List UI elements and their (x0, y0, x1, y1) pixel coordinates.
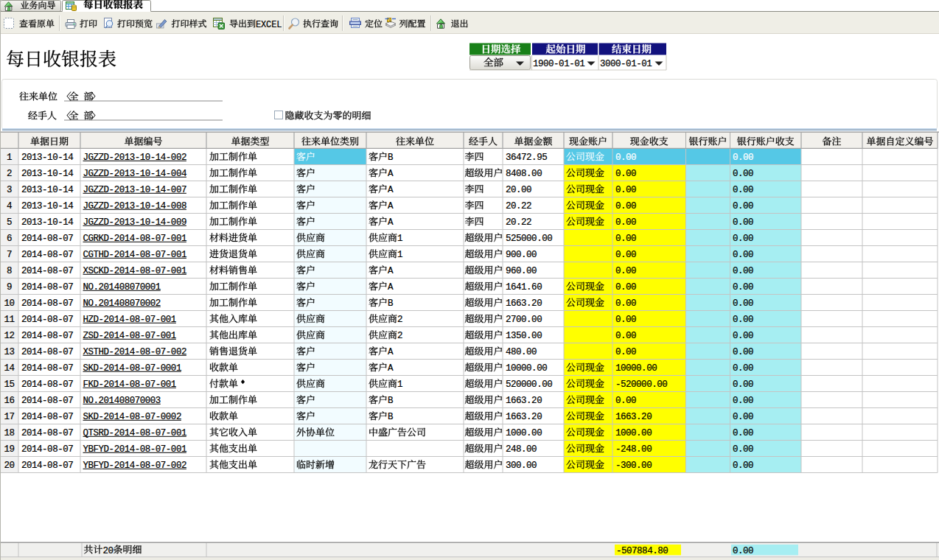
svg-text:HZD-2014-08-07-001: HZD-2014-08-07-001 (83, 315, 176, 325)
svg-text:A: A (388, 363, 394, 374)
svg-text:1663.20: 1663.20 (506, 412, 542, 422)
svg-text:1663.20: 1663.20 (506, 298, 542, 309)
svg-text:EXCEL: EXCEL (256, 20, 282, 30)
svg-text:8408.00: 8408.00 (506, 169, 542, 179)
svg-text:960.00: 960.00 (506, 266, 537, 276)
svg-text:ZSD-2014-08-07-001: ZSD-2014-08-07-001 (83, 331, 176, 341)
svg-text:1: 1 (397, 379, 402, 390)
svg-text:A: A (388, 169, 394, 179)
svg-text:1663.20: 1663.20 (615, 412, 652, 422)
svg-text:5: 5 (7, 217, 12, 228)
svg-text:2014-08-07: 2014-08-07 (21, 250, 73, 260)
svg-text:0.00: 0.00 (615, 266, 636, 276)
svg-text:19: 19 (4, 444, 15, 455)
svg-text:0.00: 0.00 (733, 266, 753, 276)
svg-text:JGZZD-2013-10-14-007: JGZZD-2013-10-14-007 (83, 185, 186, 195)
svg-text:3000-01-01: 3000-01-01 (600, 59, 652, 69)
svg-text:0.00: 0.00 (733, 331, 753, 341)
svg-text:0.00: 0.00 (615, 298, 636, 309)
svg-text:0.00: 0.00 (615, 282, 636, 293)
svg-text:2013-10-14: 2013-10-14 (21, 217, 73, 228)
svg-text:2: 2 (7, 169, 12, 179)
svg-text:2014-08-07: 2014-08-07 (21, 282, 73, 293)
svg-text:A: A (388, 266, 394, 276)
svg-text:0.00: 0.00 (615, 217, 636, 228)
svg-text:0.00: 0.00 (615, 185, 636, 195)
svg-text:1000.00: 1000.00 (615, 428, 652, 438)
svg-text:A: A (388, 217, 394, 228)
svg-text:14: 14 (4, 363, 15, 374)
svg-text:20.22: 20.22 (506, 217, 531, 228)
svg-text:9: 9 (7, 282, 12, 293)
svg-text:1: 1 (397, 250, 402, 260)
svg-text:300.00: 300.00 (506, 461, 537, 471)
svg-text:0.00: 0.00 (733, 298, 753, 309)
svg-text:A: A (388, 347, 394, 357)
svg-text:2014-08-07: 2014-08-07 (21, 444, 73, 455)
svg-text:0.00: 0.00 (733, 282, 753, 293)
svg-text:0.00: 0.00 (733, 234, 753, 244)
svg-text:JGZZD-2013-10-14-004: JGZZD-2013-10-14-004 (83, 169, 186, 179)
svg-text:0.00: 0.00 (733, 461, 753, 471)
svg-text:A: A (388, 185, 394, 195)
svg-text:2: 2 (397, 315, 402, 325)
svg-text:13: 13 (4, 347, 15, 357)
svg-text:JGZZD-2013-10-14-008: JGZZD-2013-10-14-008 (83, 201, 186, 211)
svg-text:2014-08-07: 2014-08-07 (21, 363, 73, 374)
svg-text:0.00: 0.00 (733, 363, 753, 374)
svg-text:0.00: 0.00 (615, 153, 636, 163)
svg-text:NO.201408070002: NO.201408070002 (83, 298, 161, 309)
svg-text:0.00: 0.00 (733, 444, 753, 455)
svg-text:B: B (388, 153, 394, 163)
svg-text:1350.00: 1350.00 (506, 331, 542, 341)
svg-text:18: 18 (4, 428, 15, 438)
svg-text:SKD-2014-08-07-0002: SKD-2014-08-07-0002 (83, 412, 181, 422)
svg-text:0.00: 0.00 (733, 379, 753, 390)
svg-text:0.00: 0.00 (615, 234, 636, 244)
svg-text:2014-08-07: 2014-08-07 (21, 347, 73, 357)
svg-text:15: 15 (4, 379, 15, 390)
svg-text:NO.201408070003: NO.201408070003 (83, 396, 161, 406)
svg-text:0.00: 0.00 (733, 315, 753, 325)
svg-text:B: B (388, 396, 394, 406)
svg-text:20: 20 (4, 461, 15, 471)
svg-text:1900-01-01: 1900-01-01 (533, 59, 584, 69)
svg-text:-507884.80: -507884.80 (616, 546, 668, 556)
svg-text:1000.00: 1000.00 (506, 428, 542, 438)
svg-text:4: 4 (7, 201, 12, 211)
svg-text:NO.201408070001: NO.201408070001 (83, 282, 161, 293)
svg-text:-248.00: -248.00 (615, 444, 652, 455)
svg-text:0.00: 0.00 (733, 347, 753, 357)
svg-text:2014-08-07: 2014-08-07 (21, 331, 73, 341)
svg-text:0.00: 0.00 (733, 428, 753, 438)
svg-text:2014-08-07: 2014-08-07 (21, 412, 73, 422)
svg-text:36472.95: 36472.95 (506, 153, 547, 163)
svg-text:SKD-2014-08-07-0001: SKD-2014-08-07-0001 (83, 363, 181, 374)
svg-text:480.00: 480.00 (506, 347, 537, 357)
svg-text:0.00: 0.00 (615, 169, 636, 179)
svg-text:CGTHD-2014-08-07-001: CGTHD-2014-08-07-001 (83, 250, 186, 260)
svg-text:JGZZD-2013-10-14-002: JGZZD-2013-10-14-002 (83, 153, 186, 163)
svg-text:10000.00: 10000.00 (615, 363, 657, 374)
svg-text:A: A (388, 282, 394, 293)
svg-text:2013-10-14: 2013-10-14 (21, 185, 73, 195)
svg-text:20.22: 20.22 (506, 201, 531, 211)
svg-text:A: A (388, 201, 394, 211)
svg-text:0.00: 0.00 (733, 169, 753, 179)
svg-text:2014-08-07: 2014-08-07 (21, 379, 73, 390)
svg-text:900.00: 900.00 (506, 250, 537, 260)
svg-text:0.00: 0.00 (733, 250, 753, 260)
svg-text:0.00: 0.00 (615, 250, 636, 260)
svg-text:2014-08-07: 2014-08-07 (21, 315, 73, 325)
svg-text:1: 1 (7, 153, 12, 163)
svg-text:1663.20: 1663.20 (506, 396, 542, 406)
svg-text:B: B (388, 412, 394, 422)
svg-text:2014-08-07: 2014-08-07 (21, 298, 73, 309)
svg-text:QTSRD-2014-08-07-001: QTSRD-2014-08-07-001 (83, 428, 186, 438)
svg-text:YBFYD-2014-08-07-002: YBFYD-2014-08-07-002 (83, 461, 186, 471)
svg-text:-300.00: -300.00 (615, 461, 652, 471)
svg-text:10000.00: 10000.00 (506, 363, 547, 374)
svg-text:17: 17 (4, 412, 15, 422)
svg-text:12: 12 (4, 331, 15, 341)
svg-text:0.00: 0.00 (733, 201, 753, 211)
